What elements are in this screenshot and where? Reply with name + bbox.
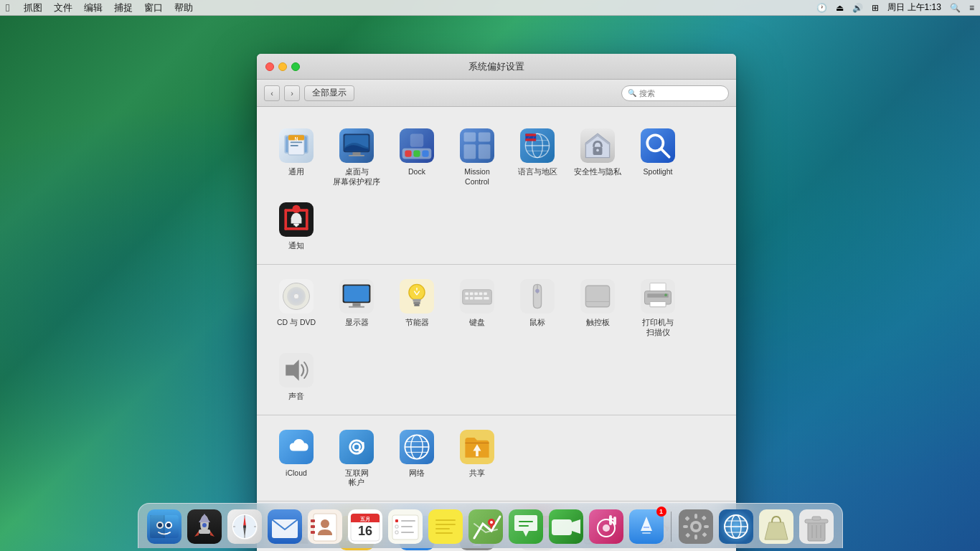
svg-rect-209 (609, 515, 612, 525)
pref-accounts[interactable]: 互联网帐户 (328, 423, 385, 494)
pref-mission[interactable]: MissionControl (448, 121, 506, 192)
language-icon (519, 127, 556, 164)
cddvd-label: CD 与 DVD (277, 318, 316, 328)
svg-rect-22 (479, 133, 491, 142)
menu-edit[interactable]: 编辑 (84, 1, 103, 14)
svg-rect-13 (349, 155, 364, 156)
svg-rect-61 (413, 299, 420, 302)
svg-rect-193 (435, 524, 456, 525)
svg-rect-19 (410, 133, 423, 146)
svg-point-148 (166, 523, 171, 527)
dock-notes[interactable] (427, 508, 464, 545)
svg-rect-172 (311, 519, 315, 522)
dock-launchpad[interactable] (186, 508, 223, 545)
window-maximize-button[interactable] (291, 62, 300, 71)
svg-point-80 (535, 289, 540, 293)
svg-rect-33 (525, 138, 536, 141)
pref-energy[interactable]: 节能器 (388, 272, 446, 343)
dock-addressbook[interactable] (306, 508, 344, 545)
trackpad-icon (579, 278, 616, 315)
search-input[interactable] (639, 89, 722, 98)
menubar-search[interactable]: 🔍 (950, 3, 961, 13)
svg-rect-202 (519, 525, 529, 527)
pref-desktop[interactable]: 桌面与屏幕保护程序 (328, 121, 385, 192)
dock-calendar[interactable]: 16 五月 (347, 508, 384, 545)
menu-help[interactable]: 帮助 (174, 1, 193, 14)
svg-rect-188 (401, 526, 413, 527)
icloud-label: iCloud (286, 468, 307, 479)
svg-rect-236 (812, 517, 821, 520)
pref-trackpad[interactable]: 触控板 (569, 272, 626, 343)
pref-keyboard[interactable]: 键盘 (448, 272, 506, 343)
pref-general[interactable]: N 通用 (268, 121, 325, 192)
svg-point-217 (693, 524, 699, 529)
pref-displays[interactable]: 显示器 (328, 272, 385, 343)
desktop-label: 桌面与屏幕保护程序 (333, 167, 380, 187)
dock-trash[interactable] (798, 508, 835, 545)
search-box[interactable]: 🔍 (621, 85, 729, 101)
dock-itunes[interactable] (588, 508, 625, 545)
menu-file[interactable]: 文件 (54, 1, 72, 14)
dock-maps[interactable] (467, 508, 504, 545)
pref-notification[interactable]: 通知 (268, 195, 325, 257)
menubar-eject: ⏏ (836, 3, 844, 13)
svg-rect-74 (465, 297, 468, 300)
pref-dock[interactable]: Dock (388, 121, 446, 192)
pref-sharing[interactable]: 共享 (448, 423, 506, 494)
svg-rect-69 (465, 292, 468, 295)
dock-sysprefs[interactable] (677, 508, 715, 545)
dock-safari[interactable] (226, 508, 263, 545)
svg-rect-221 (704, 525, 709, 528)
svg-rect-70 (470, 292, 473, 295)
svg-rect-12 (352, 152, 360, 155)
pref-mouse[interactable]: 鼠标 (509, 272, 566, 343)
dock-bag[interactable] (758, 508, 795, 545)
dock-reminders[interactable] (387, 508, 424, 545)
menu-capture[interactable]: 抓图 (24, 1, 42, 14)
pref-icloud[interactable]: iCloud (268, 423, 325, 494)
forward-button[interactable]: › (284, 85, 300, 101)
sharing-icon (458, 428, 496, 466)
pref-cddvd[interactable]: CD 与 DVD (268, 272, 325, 343)
back-button[interactable]: ‹ (264, 85, 280, 101)
svg-rect-219 (694, 534, 697, 540)
accounts-icon (338, 428, 375, 466)
dock-browser[interactable] (717, 508, 755, 545)
general-label: 通用 (288, 167, 304, 177)
window-minimize-button[interactable] (278, 62, 287, 71)
spotlight-icon (639, 127, 677, 164)
svg-rect-218 (694, 514, 697, 519)
mission-label: MissionControl (464, 167, 490, 187)
dock-appstore[interactable]: 1 (628, 508, 665, 545)
dock-messages[interactable] (507, 508, 545, 545)
svg-rect-210 (613, 517, 616, 525)
window-close-button[interactable] (265, 62, 274, 71)
apple-menu[interactable]:  (6, 1, 9, 14)
dock-mail[interactable] (266, 508, 303, 545)
menubar-volume[interactable]: 🔊 (852, 3, 863, 13)
menu-window[interactable]: 窗口 (144, 1, 163, 14)
dock-icon (398, 127, 435, 164)
svg-rect-88 (650, 301, 666, 306)
svg-rect-77 (484, 297, 489, 300)
dock-facetime[interactable] (547, 508, 585, 545)
show-all-button[interactable]: 全部显示 (304, 85, 354, 101)
pref-security[interactable]: 安全性与隐私 (569, 121, 626, 192)
pref-printer[interactable]: 打印机与扫描仪 (629, 272, 687, 343)
menubar-list[interactable]: ≡ (969, 3, 974, 13)
desktop-icon (338, 127, 375, 164)
svg-rect-72 (479, 292, 483, 295)
traffic-lights (265, 62, 300, 71)
svg-point-157 (202, 523, 207, 527)
mouse-label: 鼠标 (529, 318, 545, 328)
pref-network[interactable]: 网络 (388, 423, 446, 494)
keyboard-icon (458, 278, 496, 315)
pref-language[interactable]: 语言与地区 (509, 121, 566, 192)
displays-label: 显示器 (345, 318, 369, 328)
pref-spotlight[interactable]: Spotlight (629, 121, 687, 192)
dock-finder[interactable] (146, 508, 183, 545)
svg-point-38 (596, 149, 599, 152)
menu-capturemode[interactable]: 捕捉 (114, 1, 133, 14)
pref-sound[interactable]: 声音 (268, 346, 325, 408)
menubar-grid[interactable]: ⊞ (872, 3, 879, 13)
